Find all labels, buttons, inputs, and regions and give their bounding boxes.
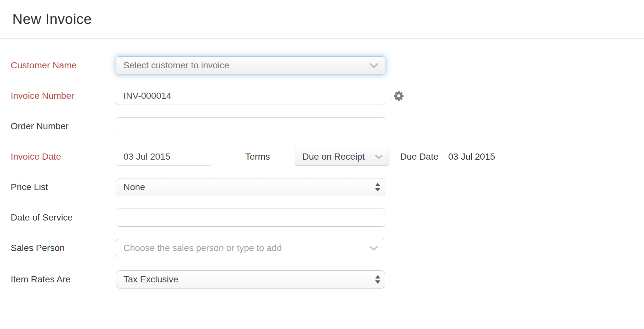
chevron-down-icon — [375, 154, 383, 159]
customer-name-row: Customer Name Select customer to invoice — [0, 56, 644, 74]
date-of-service-label: Date of Service — [0, 212, 116, 223]
invoice-date-label: Invoice Date — [0, 152, 116, 162]
customer-name-label: Customer Name — [0, 60, 116, 71]
item-rates-label: Item Rates Are — [0, 274, 116, 285]
chevron-down-icon — [369, 63, 378, 68]
page-title: New Invoice — [12, 11, 92, 27]
order-number-row: Order Number — [0, 117, 644, 135]
sales-person-row: Sales Person Choose the sales person or … — [0, 239, 644, 257]
invoice-date-row: Invoice Date Terms Due on Receipt Due Da… — [0, 148, 644, 166]
date-of-service-input[interactable] — [116, 209, 385, 227]
item-rates-value: Tax Exclusive — [123, 274, 178, 285]
price-list-select[interactable]: None — [116, 178, 385, 196]
date-of-service-row: Date of Service — [0, 209, 644, 227]
invoice-number-label: Invoice Number — [0, 91, 116, 101]
due-date-label: Due Date — [400, 152, 438, 162]
terms-select[interactable]: Due on Receipt — [295, 148, 389, 166]
invoice-date-input[interactable] — [116, 148, 212, 166]
up-down-arrows-icon — [375, 275, 381, 284]
gear-icon[interactable] — [393, 90, 404, 101]
customer-select-placeholder: Select customer to invoice — [123, 60, 229, 71]
terms-select-value: Due on Receipt — [302, 152, 365, 162]
price-list-value: None — [123, 182, 145, 192]
sales-person-select[interactable]: Choose the sales person or type to add — [116, 239, 385, 257]
price-list-label: Price List — [0, 182, 116, 192]
due-date-value: 03 Jul 2015 — [448, 152, 495, 162]
item-rates-row: Item Rates Are Tax Exclusive — [0, 270, 644, 289]
customer-select[interactable]: Select customer to invoice — [116, 56, 385, 74]
price-list-row: Price List None — [0, 178, 644, 196]
invoice-number-input[interactable] — [116, 87, 385, 105]
new-invoice-form: Customer Name Select customer to invoice… — [0, 39, 644, 289]
up-down-arrows-icon — [375, 183, 381, 192]
item-rates-select[interactable]: Tax Exclusive — [116, 270, 385, 289]
page-header: New Invoice — [0, 0, 644, 39]
sales-person-placeholder: Choose the sales person or type to add — [123, 243, 282, 253]
sales-person-label: Sales Person — [0, 243, 116, 253]
order-number-input[interactable] — [116, 117, 385, 135]
order-number-label: Order Number — [0, 121, 116, 131]
chevron-down-icon — [369, 245, 378, 251]
terms-label: Terms — [245, 152, 270, 162]
invoice-number-row: Invoice Number — [0, 87, 644, 105]
